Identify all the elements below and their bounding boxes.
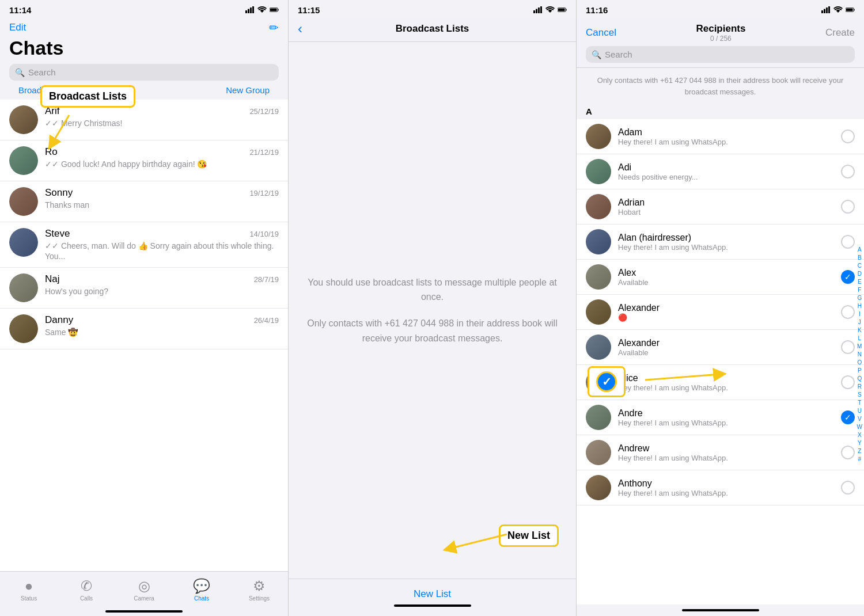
recipients-info: Only contacts with +61 427 044 988 in th…: [577, 68, 864, 104]
contact-select-circle[interactable]: [841, 130, 855, 143]
tab-item-settings[interactable]: ⚙ Settings: [230, 578, 288, 602]
chat-item[interactable]: Steve 14/10/19 ✓✓ Cheers, man. Will do 👍…: [0, 222, 288, 268]
alpha-letter-s[interactable]: S: [857, 391, 862, 398]
alpha-letter-#[interactable]: #: [857, 455, 862, 463]
contact-info: Adam Hey there! I am using WhatsApp.: [618, 127, 834, 146]
contact-select-circle[interactable]: [841, 305, 855, 319]
recipients-search-placeholder: Search: [605, 50, 632, 59]
alpha-letter-h[interactable]: H: [857, 302, 862, 310]
contact-select-circle[interactable]: [841, 481, 855, 495]
contact-select-circle[interactable]: [841, 375, 855, 389]
contact-item[interactable]: Adrian Hobart: [577, 189, 864, 225]
broadcast-footer: New List: [289, 579, 576, 616]
contact-select-circle[interactable]: [841, 200, 855, 214]
search-icon: 🔍: [15, 68, 25, 77]
alpha-letter-w[interactable]: W: [857, 423, 862, 431]
tab-item-chats[interactable]: 💬 Chats: [173, 578, 230, 602]
contact-item[interactable]: Andrew Hey there! I am using WhatsApp.: [577, 435, 864, 470]
alpha-letter-u[interactable]: U: [857, 407, 862, 415]
compose-button[interactable]: ✏: [269, 21, 279, 35]
alpha-letter-j[interactable]: J: [857, 318, 862, 326]
chat-item[interactable]: Ro 21/12/19 ✓✓ Good luck! And happy birt…: [0, 140, 288, 181]
contact-select-circle[interactable]: ✓: [841, 410, 855, 424]
alpha-letter-l[interactable]: L: [857, 334, 862, 342]
alpha-letter-x[interactable]: X: [857, 431, 862, 439]
cancel-button[interactable]: Cancel: [586, 27, 616, 39]
contact-name: Alexander: [618, 303, 834, 313]
chat-name: Steve: [45, 228, 70, 239]
chat-item[interactable]: Danny 26/4/19 Same 🤠: [0, 309, 288, 349]
alpha-letter-m[interactable]: M: [857, 343, 862, 350]
chat-avatar: [9, 273, 38, 302]
alpha-letter-f[interactable]: F: [857, 286, 862, 294]
svg-rect-8: [533, 10, 535, 13]
chats-search-bar[interactable]: 🔍 Search: [9, 64, 279, 81]
alpha-letter-i[interactable]: I: [857, 310, 862, 318]
alpha-letter-b[interactable]: B: [857, 254, 862, 261]
section-header-a: A: [577, 104, 864, 119]
chat-item[interactable]: Sonny 19/12/19 Thanks man: [0, 181, 288, 222]
contacts-list: A Adam Hey there! I am using WhatsApp. A…: [577, 104, 864, 604]
recipients-search-bar[interactable]: 🔍 Search: [586, 46, 855, 63]
alpha-letter-o[interactable]: O: [857, 359, 862, 366]
svg-rect-2: [250, 7, 252, 13]
contact-select-circle[interactable]: [841, 446, 855, 459]
alpha-letter-c[interactable]: C: [857, 262, 862, 269]
chat-preview: How's you going?: [45, 286, 279, 296]
contact-avatar: [586, 299, 611, 325]
chat-time: 28/7/19: [254, 275, 279, 284]
alpha-letter-p[interactable]: P: [857, 367, 862, 374]
tab-item-camera[interactable]: ◎ Camera: [115, 578, 173, 602]
chat-name-row: Danny 26/4/19: [45, 314, 279, 326]
contact-item[interactable]: Alex Available ✓: [577, 260, 864, 295]
alpha-letter-n[interactable]: N: [857, 351, 862, 358]
new-list-button[interactable]: New List: [414, 588, 451, 599]
alpha-letter-g[interactable]: G: [857, 294, 862, 302]
contact-status: Available: [618, 278, 834, 287]
alpha-letter-r[interactable]: R: [857, 383, 862, 390]
contact-select-circle[interactable]: ✓: [841, 270, 855, 284]
alpha-letter-d[interactable]: D: [857, 270, 862, 277]
chat-avatar: [9, 187, 38, 216]
contact-item[interactable]: Adam Hey there! I am using WhatsApp.: [577, 119, 864, 154]
contact-name: Alan (hairdresser): [618, 233, 834, 243]
contact-name: Adam: [618, 127, 834, 138]
alpha-letter-a[interactable]: A: [857, 246, 862, 253]
status-bar-3: 11:16: [577, 0, 864, 18]
chat-name: Danny: [45, 314, 73, 326]
create-button[interactable]: Create: [825, 27, 855, 39]
back-button[interactable]: ‹: [298, 21, 302, 37]
contact-select-circle[interactable]: [841, 165, 855, 178]
recipients-title-block: Recipients 0 / 256: [696, 23, 745, 43]
svg-rect-21: [854, 9, 854, 10]
contact-item[interactable]: Adi Needs positive energy...: [577, 154, 864, 189]
alpha-letter-e[interactable]: E: [857, 278, 862, 286]
status-icons-3: [821, 6, 855, 13]
svg-line-7: [52, 115, 69, 144]
contact-status: Hey there! I am using WhatsApp.: [618, 489, 834, 497]
tab-label-camera: Camera: [134, 595, 154, 602]
contact-item[interactable]: Andre Hey there! I am using WhatsApp. ✓: [577, 400, 864, 435]
alpha-letter-t[interactable]: T: [857, 399, 862, 406]
alpha-letter-v[interactable]: V: [857, 415, 862, 423]
chat-name-row: Steve 14/10/19: [45, 228, 279, 239]
tab-item-status[interactable]: ● Status: [0, 578, 58, 602]
contact-status: Hey there! I am using WhatsApp.: [618, 419, 834, 427]
alpha-letter-q[interactable]: Q: [857, 375, 862, 382]
chat-preview: Same 🤠: [45, 327, 279, 337]
new-group-link[interactable]: New Group: [226, 85, 270, 95]
contact-item[interactable]: Alan (hairdresser) Hey there! I am using…: [577, 225, 864, 260]
chat-item[interactable]: Naj 28/7/19 How's you going?: [0, 268, 288, 309]
tab-item-calls[interactable]: ✆ Calls: [58, 578, 115, 602]
alpha-letter-z[interactable]: Z: [857, 447, 862, 455]
contact-select-circle[interactable]: [841, 340, 855, 354]
tab-bar-1: ● Status ✆ Calls ◎ Camera 💬 Chats ⚙ Sett…: [0, 571, 288, 616]
contact-item[interactable]: Alexander Available: [577, 330, 864, 365]
chat-time: 25/12/19: [249, 107, 279, 116]
contact-item[interactable]: Alexander 🔴: [577, 295, 864, 330]
edit-button[interactable]: Edit: [9, 22, 26, 33]
contact-select-circle[interactable]: [841, 235, 855, 249]
alpha-letter-k[interactable]: K: [857, 326, 862, 334]
contact-item[interactable]: Anthony Hey there! I am using WhatsApp.: [577, 470, 864, 505]
alpha-letter-y[interactable]: Y: [857, 439, 862, 447]
